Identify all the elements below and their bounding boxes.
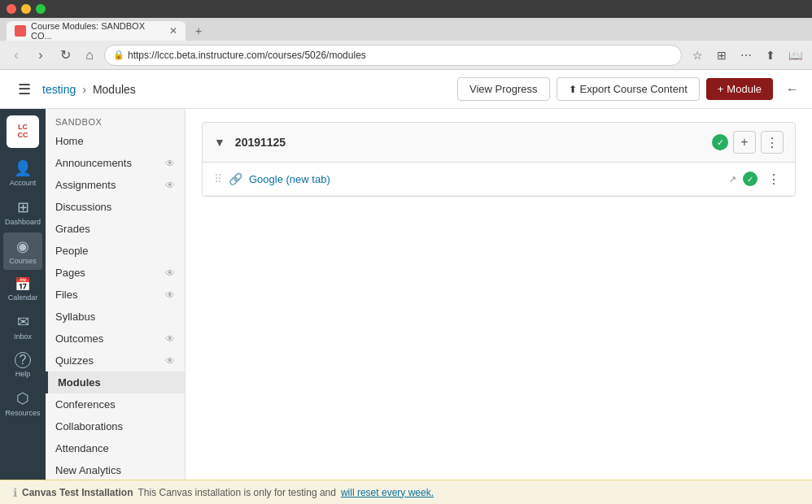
main-content: ▼ 20191125 ✓ + ⋮ ⠿ 🔗 Google (new tab) ↗ …: [186, 109, 812, 480]
nav-item-resources[interactable]: ⬡ Resources: [3, 385, 42, 422]
close-button[interactable]: [7, 4, 16, 14]
sidebar-item-syllabus[interactable]: Syllabus: [46, 306, 185, 328]
bottom-bar: ℹ Canvas Test Installation This Canvas i…: [0, 480, 812, 504]
nav-item-inbox[interactable]: ✉ Inbox: [3, 308, 42, 345]
sidebar-label-discussions: Discussions: [55, 201, 111, 213]
module-container: ▼ 20191125 ✓ + ⋮ ⠿ 🔗 Google (new tab) ↗ …: [202, 122, 796, 197]
sidebar-item-home[interactable]: Home: [46, 130, 185, 152]
share-icon[interactable]: ⬆: [760, 45, 781, 66]
view-progress-button[interactable]: View Progress: [457, 77, 550, 101]
resources-icon: ⬡: [16, 389, 29, 407]
maximize-button[interactable]: [36, 4, 46, 14]
back-navigation-button[interactable]: ←: [786, 82, 799, 97]
sidebar-item-pages[interactable]: Pages 👁: [46, 262, 185, 284]
hamburger-button[interactable]: ☰: [13, 78, 36, 101]
menu-icon[interactable]: ⋯: [736, 45, 757, 66]
bookmarks-icon[interactable]: ☆: [687, 45, 708, 66]
module-add-button[interactable]: +: [733, 131, 756, 154]
sidebar-course-label: Sandbox: [46, 109, 185, 130]
module-title: 20191125: [235, 136, 705, 149]
canvas-test-label: Canvas Test Installation: [22, 487, 133, 498]
course-breadcrumb-link[interactable]: testing: [42, 83, 76, 96]
nav-item-calendar[interactable]: 📅 Calendar: [3, 272, 42, 306]
item-check-icon: ✓: [743, 172, 757, 186]
sidebar-label-outcomes: Outcomes: [55, 332, 103, 345]
nav-item-dashboard[interactable]: ⊞ Dashboard: [3, 193, 42, 231]
add-module-button[interactable]: + Module: [706, 78, 773, 100]
sidebar-item-outcomes[interactable]: Outcomes 👁: [46, 328, 185, 350]
module-kebab-button[interactable]: ⋮: [761, 131, 784, 154]
sidebar-label-attendance: Attendance: [55, 442, 109, 454]
tab-favicon: [15, 25, 26, 37]
eye-icon-assignments: 👁: [165, 180, 175, 191]
item-kebab-button[interactable]: ⋮: [764, 169, 784, 189]
minimize-button[interactable]: [21, 4, 31, 14]
external-link-icon: ↗: [729, 174, 736, 185]
item-title[interactable]: Google (new tab): [249, 173, 723, 185]
sidebar-item-people[interactable]: People: [46, 240, 185, 262]
browser-tab-bar: Course Modules: SANDBOX CO... ✕ +: [0, 18, 812, 41]
nav-rail: LC CC 👤 Account ⊞ Dashboard ◉ Courses 📅 …: [0, 109, 46, 480]
module-item: ⠿ 🔗 Google (new tab) ↗ ✓ ⋮: [203, 163, 795, 196]
nav-item-help[interactable]: ? Help: [3, 347, 42, 383]
toolbar-actions: ☆ ⊞ ⋯ ⬆ 📖: [687, 45, 805, 66]
logo-text: LC CC: [18, 124, 28, 140]
sidebar-item-conferences[interactable]: Conferences: [46, 393, 185, 415]
browser-titlebar: [0, 0, 812, 18]
sidebar-label-syllabus: Syllabus: [55, 311, 95, 323]
sidebar-item-grades[interactable]: Grades: [46, 218, 185, 240]
sidebar-item-assignments[interactable]: Assignments 👁: [46, 174, 185, 196]
sidebar-item-attendance[interactable]: Attendance: [46, 437, 185, 459]
sidebar-item-quizzes[interactable]: Quizzes 👁: [46, 350, 185, 371]
sidebar-item-announcements[interactable]: Announcements 👁: [46, 152, 185, 174]
info-icon: ℹ: [13, 486, 17, 499]
lock-icon: 🔒: [113, 50, 124, 60]
sidebar-label-new-analytics: New Analytics: [55, 464, 121, 476]
address-bar[interactable]: 🔒 https://lccc.beta.instructure.com/cour…: [104, 45, 682, 66]
app-logo[interactable]: LC CC: [7, 115, 39, 148]
export-course-content-button[interactable]: ⬆ Export Course Content: [557, 77, 700, 101]
forward-button[interactable]: ›: [31, 46, 50, 65]
sidebar-label-pages: Pages: [55, 267, 85, 279]
nav-label-calendar: Calendar: [8, 293, 38, 302]
module-complete-icon: ✓: [712, 134, 728, 150]
sidebar-label-quizzes: Quizzes: [55, 354, 94, 367]
sidebar-item-modules[interactable]: Modules: [46, 371, 185, 393]
nav-item-account[interactable]: 👤 Account: [3, 154, 42, 192]
sidebar-label-announcements: Announcements: [55, 157, 132, 169]
module-collapse-arrow[interactable]: ▼: [214, 136, 225, 149]
tab-title: Course Modules: SANDBOX CO...: [31, 21, 164, 41]
inbox-icon: ✉: [17, 313, 29, 331]
browser-tab[interactable]: Course Modules: SANDBOX CO... ✕: [7, 21, 186, 41]
help-icon: ?: [15, 352, 31, 368]
tab-close-button[interactable]: ✕: [169, 25, 177, 37]
sidebar-item-new-analytics[interactable]: New Analytics: [46, 459, 185, 480]
sidebar-label-files: Files: [55, 289, 77, 301]
add-module-plus-icon: +: [718, 83, 724, 95]
refresh-button[interactable]: ↻: [55, 46, 75, 65]
nav-label-courses: Courses: [9, 257, 37, 265]
sidebar-label-assignments: Assignments: [55, 179, 116, 191]
page-title: Modules: [93, 83, 136, 96]
courses-icon: ◉: [16, 237, 29, 255]
home-button[interactable]: ⌂: [80, 46, 99, 65]
eye-icon-files: 👁: [165, 289, 175, 301]
drag-handle-icon[interactable]: ⠿: [214, 172, 222, 185]
eye-icon-outcomes: 👁: [165, 333, 175, 345]
module-header: ▼ 20191125 ✓ + ⋮: [203, 123, 795, 163]
eye-icon-quizzes: 👁: [165, 355, 175, 367]
sidebar-item-files[interactable]: Files 👁: [46, 284, 185, 306]
reading-icon[interactable]: 📖: [784, 45, 805, 66]
account-icon: 👤: [14, 159, 32, 177]
sidebar-item-collaborations[interactable]: Collaborations: [46, 415, 185, 437]
nav-item-courses[interactable]: ◉ Courses: [3, 232, 42, 270]
dashboard-icon: ⊞: [17, 198, 29, 216]
reset-link[interactable]: will reset every week.: [341, 487, 434, 498]
url-text: https://lccc.beta.instructure.com/course…: [128, 50, 366, 61]
sidebar-item-discussions[interactable]: Discussions: [46, 196, 185, 218]
new-tab-button[interactable]: +: [189, 21, 208, 41]
link-icon: 🔗: [229, 172, 242, 185]
extensions-icon[interactable]: ⊞: [711, 45, 732, 66]
back-button[interactable]: ‹: [7, 46, 26, 65]
export-icon: ⬆: [569, 84, 577, 95]
